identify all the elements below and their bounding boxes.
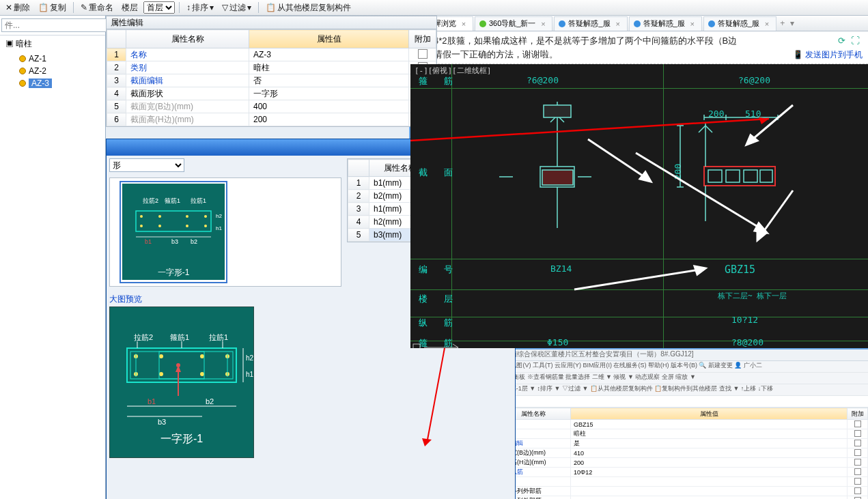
tab-favicon <box>479 20 486 27</box>
large-preview: 拉筋2箍筋1拉筋1 b1b2 b3 h2h1 一字形-1 <box>109 306 254 458</box>
browser-tab[interactable]: 答疑解惑_服× <box>629 16 702 31</box>
shape-thumb[interactable]: 拉筋2箍筋1拉筋1 b1b3b2 h2h1 一字形-1 <box>120 181 227 283</box>
component-tree: ▣ 暗柱 AZ-1AZ-2AZ-3 <box>0 35 105 89</box>
copy-from-button[interactable]: 📋 从其他楼层复制构件 <box>263 1 354 14</box>
svg-marker-51 <box>176 365 181 372</box>
svg-point-2 <box>158 215 161 218</box>
panel-title: 属性编辑 <box>106 16 437 29</box>
tab-favicon <box>708 20 715 27</box>
svg-text:b1: b1 <box>148 397 156 405</box>
filter-button[interactable]: ▽ 过滤 ▾ <box>219 1 254 14</box>
mini-property-row[interactable]: 8其他—列外部筋 <box>483 487 868 496</box>
delete-button[interactable]: ✕ 删除 <box>3 1 33 14</box>
svg-point-7 <box>186 225 188 227</box>
property-panel: 属性编辑 属性名称 属性值 附加 1名称AZ-32类别暗柱3截面编辑否4截面形状… <box>106 16 437 127</box>
search-input[interactable] <box>1 18 111 32</box>
browser-tab[interactable]: 答疑解惑_服× <box>554 16 627 31</box>
svg-text:b2: b2 <box>191 238 197 245</box>
expand-icon[interactable]: ⛶ <box>851 35 860 46</box>
tab-favicon <box>559 20 565 27</box>
svg-marker-80 <box>695 266 705 274</box>
svg-rect-59 <box>544 105 571 117</box>
question-text: 输入4*2肢箍，如果输成这样，是不是就等于多增加了两个中间箍筋的水平段（B边 不… <box>410 31 868 64</box>
tab-close-icon[interactable]: × <box>688 20 697 28</box>
tab-close-icon[interactable]: × <box>613 20 623 28</box>
svg-text:b3: b3 <box>158 418 166 426</box>
top-toolbar: ✕ 删除 📋 复制 ✎ 重命名 楼层 首层 ↕ 排序 ▾ ▽ 过滤 ▾ 📋 从其… <box>0 0 868 16</box>
svg-point-5 <box>140 225 143 227</box>
svg-text:h1: h1 <box>216 225 222 231</box>
tab-close-icon[interactable]: × <box>538 20 548 28</box>
tree-root[interactable]: ▣ 暗柱 <box>5 38 102 50</box>
browser-tab[interactable]: 360导航_新一× <box>475 16 552 31</box>
svg-rect-87 <box>413 344 420 348</box>
svg-text:b1: b1 <box>145 238 152 245</box>
svg-rect-19 <box>127 348 236 382</box>
tab-close-icon[interactable]: × <box>762 20 772 28</box>
svg-point-1 <box>140 215 143 218</box>
property-row[interactable]: 6截面高(H边)(mm)200 <box>107 113 436 126</box>
svg-text:h2: h2 <box>246 354 253 362</box>
mini-property-row[interactable]: 5截面高(H边)(mm)200 <box>483 458 868 468</box>
property-row[interactable]: 3截面编辑否 <box>107 74 436 87</box>
send-to-phone-link[interactable]: 📱 发送图片到手机 <box>793 50 863 59</box>
mini-property-row[interactable]: 7拉筋 <box>483 477 868 487</box>
refresh-icon[interactable]: ⟳ <box>838 35 845 46</box>
svg-text:拉筋2: 拉筋2 <box>134 333 153 341</box>
mini-property-row[interactable]: 3截面编辑是 <box>483 439 868 448</box>
svg-line-75 <box>410 119 769 141</box>
svg-rect-63 <box>726 170 740 182</box>
mini-property-row[interactable]: 6全部纵筋10Φ12 <box>483 468 868 477</box>
mini-property-row[interactable]: 4截面宽(B边)(mm)410 <box>483 448 868 458</box>
preview-label: 大图预览 <box>109 294 341 305</box>
mini-property-grid[interactable]: 属性编辑 属性名称属性值附加 1名称GBZ152类别暗柱3截面编辑是4截面宽(B… <box>482 396 868 499</box>
svg-line-81 <box>636 153 766 231</box>
svg-text:一字形-1: 一字形-1 <box>160 433 203 444</box>
svg-point-3 <box>186 215 188 218</box>
tab-bar: 跨屏浏览×360导航_新一×答疑解惑_服×答疑解惑_服×答疑解惑_服× + ▾ <box>410 16 868 31</box>
property-row[interactable]: 1名称AZ-3 <box>107 48 436 61</box>
svg-rect-64 <box>744 170 757 182</box>
rename-button[interactable]: ✎ 重命名 <box>78 1 116 14</box>
sort-button[interactable]: ↕ 排序 ▾ <box>184 1 216 14</box>
svg-rect-60 <box>542 170 573 185</box>
new-tab-button[interactable]: + <box>778 18 787 28</box>
mini-property-row[interactable]: 1名称GBZ15 <box>483 420 868 429</box>
svg-marker-78 <box>640 172 651 182</box>
property-row[interactable]: 5截面宽(B边)(mm)400 <box>107 100 436 113</box>
mini-property-row[interactable]: 2类别暗柱 <box>483 429 868 439</box>
tab-favicon <box>634 20 641 27</box>
thumb-list: 拉筋2箍筋1拉筋1 b1b3b2 h2h1 一字形-1 <box>109 177 341 287</box>
tree-item[interactable]: AZ-1 <box>5 53 102 65</box>
copy-button[interactable]: 📋 复制 <box>36 1 69 14</box>
property-row[interactable]: 2类别暗柱 <box>107 61 436 74</box>
floor-label: 楼层 <box>119 1 141 14</box>
thumb-caption: 一字形-1 <box>122 266 225 280</box>
svg-text:箍筋1: 箍筋1 <box>165 197 180 204</box>
svg-text:h2: h2 <box>216 213 222 219</box>
svg-text:h1: h1 <box>246 371 253 378</box>
svg-text:箍筋1: 箍筋1 <box>170 333 189 341</box>
browser-tab[interactable]: 答疑解惑_服× <box>703 16 776 31</box>
floor-select[interactable]: 首层 <box>143 1 175 14</box>
svg-point-4 <box>204 215 207 218</box>
svg-rect-62 <box>708 170 722 182</box>
col-extra: 附加 <box>409 30 436 48</box>
svg-rect-0 <box>136 211 211 231</box>
svg-line-83 <box>748 105 793 143</box>
svg-rect-65 <box>760 170 772 182</box>
svg-point-6 <box>158 225 161 227</box>
svg-rect-20 <box>130 352 233 379</box>
svg-point-27 <box>200 372 204 376</box>
property-row[interactable]: 4截面形状一字形 <box>107 87 436 100</box>
svg-text:拉筋2: 拉筋2 <box>143 197 158 204</box>
tab-close-icon[interactable]: × <box>459 20 468 28</box>
tab-menu-button[interactable]: ▾ <box>787 18 797 28</box>
tree-item[interactable]: AZ-2 <box>5 65 102 77</box>
cad-drawing[interactable]: [-][俯视][二维线框] 箍 筋 截 面 编 号 楼 层 纵 筋 箍 筋 ?6… <box>410 64 868 348</box>
svg-point-8 <box>204 225 207 227</box>
svg-line-85 <box>759 190 793 238</box>
tree-item[interactable]: AZ-3 <box>5 77 102 89</box>
shape-select[interactable]: 形 <box>109 158 184 172</box>
mini-property-row[interactable]: 9其他—列外部筋 <box>483 496 868 500</box>
